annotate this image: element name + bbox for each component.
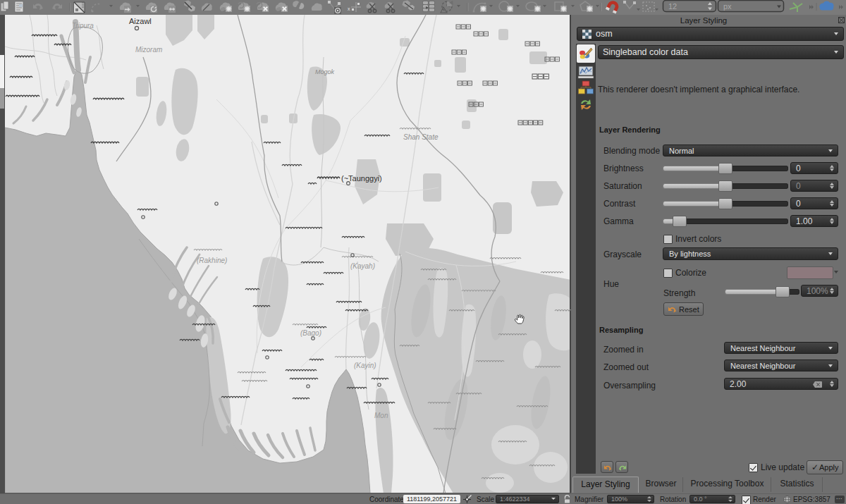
svg-text:Mon: Mon xyxy=(374,412,388,419)
svg-text:(Bago): (Bago) xyxy=(300,329,321,337)
svg-text:x: x xyxy=(348,6,350,11)
svg-text:Tripura: Tripura xyxy=(72,22,94,30)
svg-text:px: px xyxy=(723,2,732,11)
svg-text:(~Taunggyi): (~Taunggyi) xyxy=(341,174,382,183)
svg-text:(Kayah): (Kayah) xyxy=(350,262,375,270)
svg-text:(Kayin): (Kayin) xyxy=(354,362,376,369)
svg-text:Mizoram: Mizoram xyxy=(135,46,162,54)
svg-text:12: 12 xyxy=(668,2,677,11)
svg-text:Aizawl: Aizawl xyxy=(129,17,152,25)
svg-text:Mogok: Mogok xyxy=(315,68,335,75)
svg-text:Shan State: Shan State xyxy=(403,133,439,141)
svg-text:(Rakhine): (Rakhine) xyxy=(197,257,227,264)
